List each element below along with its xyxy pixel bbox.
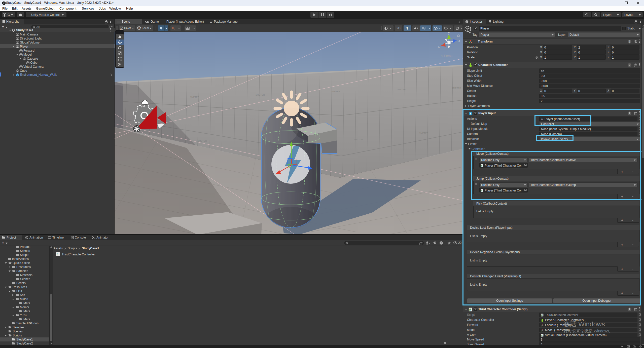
svg-text:z: z: [458, 39, 460, 43]
svg-text:1METER: 1METER: [419, 132, 428, 134]
svg-text:y: y: [448, 32, 450, 34]
svg-text:1METER: 1METER: [198, 140, 207, 142]
svg-text:Y: Y: [161, 28, 162, 30]
svg-text:1METER: 1METER: [354, 138, 363, 141]
svg-text:1METER: 1METER: [452, 87, 461, 89]
svg-text:1METER: 1METER: [256, 94, 265, 96]
svg-text:1METER: 1METER: [331, 90, 340, 93]
svg-text:< Persp: < Persp: [441, 54, 452, 58]
svg-text:1METER: 1METER: [397, 88, 406, 91]
svg-text:#: #: [541, 314, 543, 317]
svg-text:x: x: [438, 45, 440, 48]
svg-text:#: #: [541, 334, 543, 337]
svg-text:#: #: [469, 308, 471, 312]
svg-text:1METER: 1METER: [190, 96, 199, 98]
